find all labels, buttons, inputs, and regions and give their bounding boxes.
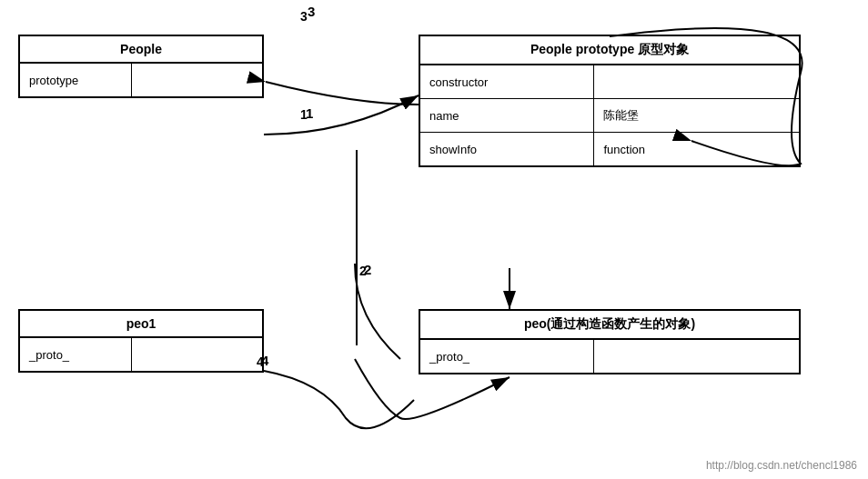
proto-row-1: constructor bbox=[420, 65, 799, 99]
name-value: 陈能堡 bbox=[594, 99, 799, 132]
diagram-container: People prototype People prototype 原型对象 c… bbox=[0, 0, 868, 479]
label-2: 2 bbox=[359, 264, 367, 278]
proto-row-3: showInfo function bbox=[420, 133, 799, 165]
constructor-label: constructor bbox=[420, 65, 594, 98]
footer-url: http://blog.csdn.net/chencl1986 bbox=[706, 459, 857, 472]
constructor-value bbox=[594, 65, 799, 98]
name-label: name bbox=[420, 99, 594, 132]
peo1-box: peo1 _proto_ bbox=[18, 309, 264, 373]
showinfo-value: function bbox=[594, 133, 799, 165]
people-box: People prototype bbox=[18, 35, 264, 98]
peo1-proto-label: _proto_ bbox=[20, 338, 132, 371]
people-row-1: prototype bbox=[20, 64, 262, 96]
showinfo-label: showInfo bbox=[420, 133, 594, 165]
peo-title: peo(通过构造函数产生的对象) bbox=[420, 311, 799, 340]
peo-row-1: _proto_ bbox=[420, 340, 799, 373]
label-3: 3 bbox=[300, 9, 308, 24]
prototype-box: People prototype 原型对象 constructor name 陈… bbox=[419, 35, 801, 167]
peo-proto-value bbox=[594, 340, 799, 373]
label-1: 1 bbox=[300, 107, 308, 122]
label-4: 4 bbox=[257, 354, 264, 369]
people-title: People bbox=[20, 36, 262, 64]
peo1-row-1: _proto_ bbox=[20, 338, 262, 371]
prototype-title: People prototype 原型对象 bbox=[420, 36, 799, 65]
peo-proto-label: _proto_ bbox=[420, 340, 594, 373]
peo-box: peo(通过构造函数产生的对象) _proto_ bbox=[419, 309, 801, 374]
people-prototype-label: prototype bbox=[20, 64, 132, 96]
proto-row-2: name 陈能堡 bbox=[420, 99, 799, 133]
people-prototype-value bbox=[132, 64, 262, 96]
svg-text:3: 3 bbox=[308, 4, 315, 19]
peo1-title: peo1 bbox=[20, 311, 262, 338]
peo1-proto-value bbox=[132, 338, 262, 371]
